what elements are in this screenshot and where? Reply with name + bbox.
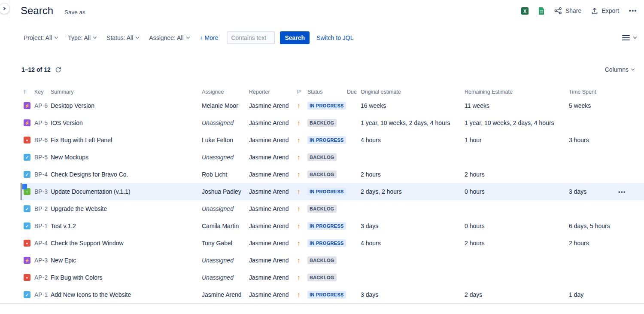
issue-summary[interactable]: New Mockups bbox=[51, 154, 202, 161]
chevron-down-icon bbox=[186, 35, 189, 39]
issue-summary[interactable]: Check Designs for Bravo Co. bbox=[51, 171, 202, 178]
issue-reporter: Jasmine Arend bbox=[249, 119, 297, 126]
column-header-reporter[interactable]: Reporter bbox=[249, 89, 297, 95]
more-filters-button[interactable]: + More bbox=[200, 34, 219, 41]
table-row[interactable]: ↑ BP-3 Update Documentation (v.1.1) Josh… bbox=[0, 183, 644, 200]
export-button[interactable]: Export bbox=[591, 7, 619, 15]
issue-summary[interactable]: Update Documentation (v.1.1) bbox=[51, 188, 202, 195]
table-row[interactable]: ● AP-2 Fix Bug with Colors Unassigned Ja… bbox=[0, 269, 644, 286]
switch-to-jql-link[interactable]: Switch to JQL bbox=[316, 34, 353, 41]
original-estimate: 2 days, 2 hours bbox=[361, 188, 465, 195]
issue-key[interactable]: AP-1 bbox=[34, 291, 51, 298]
table-row[interactable]: ✓ BP-5 New Mockups Unassigned Jasmine Ar… bbox=[0, 149, 644, 166]
sheets-export-icon[interactable] bbox=[538, 7, 544, 15]
issue-summary[interactable]: Add New Icons to the Website bbox=[51, 291, 202, 298]
chevron-down-icon bbox=[93, 35, 97, 39]
columns-button[interactable]: Columns bbox=[605, 66, 634, 73]
table-row[interactable]: ✓ BP-1 Test v.1.2 Camila Martin Jasmine … bbox=[0, 217, 644, 235]
time-spent: 3 days bbox=[569, 188, 618, 195]
issue-summary[interactable]: Desktop Version bbox=[51, 102, 202, 109]
status-badge: IN PROGRESS bbox=[307, 222, 346, 230]
issue-summary[interactable]: Test v.1.2 bbox=[51, 223, 202, 229]
filter-type-dropdown[interactable]: Type: All bbox=[68, 34, 96, 41]
issue-key[interactable]: AP-5 bbox=[34, 119, 51, 126]
issue-key[interactable]: BP-3 bbox=[34, 188, 51, 195]
epic-issue-type-icon: ⚡ bbox=[24, 257, 30, 264]
priority-up-icon: ↑ bbox=[297, 188, 301, 195]
bug-issue-type-icon: ● bbox=[24, 240, 30, 247]
drag-handle[interactable] bbox=[22, 188, 27, 189]
priority-up-icon: ↑ bbox=[297, 119, 301, 126]
table-row[interactable]: ✓ BP-2 Upgrade the Website Unassigned Ja… bbox=[0, 200, 644, 217]
issue-assignee: Unassigned bbox=[202, 257, 249, 264]
table-row[interactable]: ● AP-4 Check the Support Window Tony Gab… bbox=[0, 235, 644, 252]
time-spent: 3 hours bbox=[569, 137, 618, 143]
priority-up-icon: ↑ bbox=[297, 205, 301, 212]
column-header-due[interactable]: Due bbox=[347, 89, 361, 95]
issue-assignee: Rob Licht bbox=[202, 171, 249, 178]
view-options-button[interactable] bbox=[622, 35, 636, 41]
issue-key[interactable]: AP-2 bbox=[34, 274, 51, 281]
column-header-assignee[interactable]: Assignee bbox=[202, 89, 249, 95]
issue-key[interactable]: AP-6 bbox=[34, 102, 51, 109]
search-button[interactable]: Search bbox=[280, 31, 310, 44]
page-title: Search bbox=[21, 5, 53, 17]
share-label: Share bbox=[565, 7, 581, 14]
table-row[interactable]: ● BP-6 Fix Bug with Left Panel Luke Felt… bbox=[0, 131, 644, 149]
save-as-link[interactable]: Save as bbox=[64, 9, 85, 15]
issue-key[interactable]: BP-5 bbox=[34, 154, 51, 161]
issue-key[interactable]: AP-4 bbox=[34, 240, 51, 247]
refresh-button[interactable] bbox=[55, 67, 61, 73]
issue-summary[interactable]: Upgrade the Website bbox=[51, 205, 202, 212]
issue-assignee: Camila Martin bbox=[202, 223, 249, 229]
filter-project-dropdown[interactable]: Project: All bbox=[24, 34, 58, 41]
issue-summary[interactable]: Fix Bug with Colors bbox=[51, 274, 202, 281]
more-actions-button[interactable]: ••• bbox=[629, 7, 637, 14]
filter-status-dropdown[interactable]: Status: All bbox=[106, 34, 139, 41]
issue-assignee: Unassigned bbox=[202, 154, 249, 161]
time-spent: 5 weeks bbox=[569, 102, 618, 109]
column-header-original-estimate[interactable]: Original estimate bbox=[361, 89, 465, 95]
table-row[interactable]: ⚡ AP-3 New Epic Unassigned Jasmine Arend… bbox=[0, 252, 644, 269]
issue-summary[interactable]: IOS Version bbox=[51, 119, 202, 126]
issue-reporter: Jasmine Arend bbox=[249, 274, 297, 281]
excel-export-icon[interactable]: X bbox=[521, 7, 529, 15]
task-issue-type-icon: ✓ bbox=[24, 291, 30, 298]
share-button[interactable]: Share bbox=[554, 7, 581, 14]
results-bar: 1–12 of 12 Columns bbox=[21, 64, 634, 75]
issue-reporter: Jasmine Arend bbox=[249, 188, 297, 195]
table-body: ⚡ AP-6 Desktop Version Melanie Moor Jasm… bbox=[0, 97, 644, 304]
column-header-priority[interactable]: P bbox=[297, 89, 307, 95]
column-header-status[interactable]: Status bbox=[307, 89, 347, 95]
column-header-remaining-estimate[interactable]: Remaining Estimate bbox=[465, 89, 569, 95]
column-header-time-spent[interactable]: Time Spent bbox=[569, 89, 618, 95]
status-badge: BACKLOG bbox=[307, 274, 337, 281]
issue-summary[interactable]: Fix Bug with Left Panel bbox=[51, 137, 202, 143]
issue-key[interactable]: BP-2 bbox=[34, 205, 51, 212]
time-spent: 6 days, 5 hours bbox=[569, 223, 618, 229]
priority-up-icon: ↑ bbox=[297, 154, 301, 161]
remaining-estimate: 2 days bbox=[465, 291, 569, 298]
contains-text-input[interactable] bbox=[227, 31, 275, 44]
results-count: 1–12 of 12 bbox=[21, 66, 51, 73]
export-icon bbox=[591, 7, 598, 15]
table-row[interactable]: ✓ BP-4 Check Designs for Bravo Co. Rob L… bbox=[0, 166, 644, 183]
issue-reporter: Jasmine Arend bbox=[249, 257, 297, 264]
issue-summary[interactable]: Check the Support Window bbox=[51, 240, 202, 247]
filter-assignee-dropdown[interactable]: Assignee: All bbox=[149, 34, 189, 41]
table-row[interactable]: ✓ AP-1 Add New Icons to the Website Jasm… bbox=[0, 286, 644, 303]
table-row[interactable]: ⚡ AP-6 Desktop Version Melanie Moor Jasm… bbox=[0, 97, 644, 114]
column-header-type[interactable]: T bbox=[21, 89, 34, 95]
column-header-key[interactable]: Key bbox=[34, 89, 51, 95]
issue-key[interactable]: BP-1 bbox=[34, 223, 51, 229]
row-actions-button[interactable]: ••• bbox=[618, 189, 626, 195]
time-spent: 1 day bbox=[569, 291, 618, 298]
svg-text:X: X bbox=[523, 8, 526, 13]
table-row[interactable]: ⚡ AP-5 IOS Version Unassigned Jasmine Ar… bbox=[0, 114, 644, 131]
issue-key[interactable]: BP-6 bbox=[34, 137, 51, 143]
priority-up-icon: ↑ bbox=[297, 223, 301, 229]
issue-summary[interactable]: New Epic bbox=[51, 257, 202, 264]
issue-key[interactable]: AP-3 bbox=[34, 257, 51, 264]
column-header-summary[interactable]: Summary bbox=[51, 89, 202, 95]
issue-key[interactable]: BP-4 bbox=[34, 171, 51, 178]
